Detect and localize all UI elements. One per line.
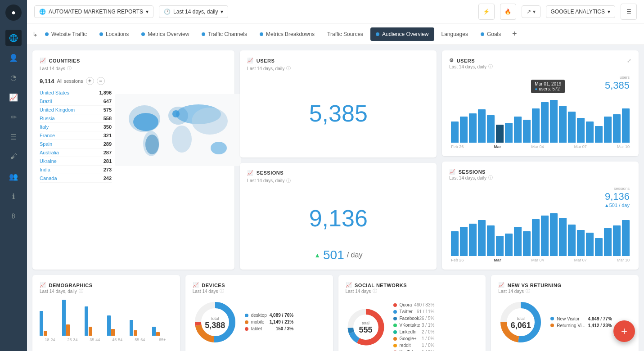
sessions-metric-card: 📈 SESSIONS Last 14 days, daily ⓘ 9,136 ▲… [240, 163, 437, 270]
country-name-ua[interactable]: Ukraine [40, 158, 57, 164]
country-value-es: 289 [104, 141, 112, 147]
tab-traffic-channels[interactable]: Traffic Channels [196, 27, 252, 41]
users-chart-area: users 5,385 Mar 01, 2019 ● users: 572 [449, 75, 631, 149]
date-range-selector[interactable]: 🕐 Last 14 days, daily ▾ [159, 5, 228, 18]
demo-group-65plus [152, 327, 173, 336]
country-row-br: Brazil 647 [40, 97, 112, 106]
users-chart-gear-icon: ⚙ [449, 58, 454, 63]
website-traffic-label: Website Traffic [51, 31, 87, 37]
sessions-bar-0 [451, 231, 459, 256]
country-name-uk[interactable]: United Kingdom [40, 107, 75, 112]
lightning-btn[interactable]: ⚡ [478, 4, 495, 20]
sidebar-item-globe[interactable]: 🌐 [5, 30, 22, 46]
country-row-au: Australia 287 [40, 148, 112, 157]
main-wrapper: 🌐 AUTOMATED MARKETING REPORTS ▾ 🕐 Last 1… [27, 0, 644, 351]
sessions-per-day-label: / day [347, 251, 363, 259]
tab-goals[interactable]: Goals [475, 27, 506, 41]
countries-card-header: 📈 COUNTRIES [40, 58, 227, 63]
tab-metrics-breakdowns[interactable]: Metrics Breakdowns [254, 27, 320, 41]
country-name-es[interactable]: Spain [40, 141, 52, 147]
users-bar-1 [460, 117, 468, 143]
social-linkedin: LinkedIn 2 / 0% [393, 328, 435, 335]
tab-locations[interactable]: Locations [94, 27, 134, 41]
metrics-overview-label: Metrics Overview [148, 31, 189, 37]
countries-subtitle: Last 14 days ⓘ [40, 65, 227, 72]
users-metric-subtitle: Last 14 days, daily ⓘ [247, 65, 429, 72]
expand-icon[interactable]: ⤢ [627, 58, 631, 64]
audience-overview-label: Audience Overview [382, 31, 428, 37]
legend-new-dot [550, 317, 554, 320]
countries-list: 9,114 All sessions + − United States 1,8… [40, 77, 112, 183]
report-selector[interactable]: 🌐 AUTOMATED MARKETING REPORTS ▾ [34, 5, 153, 18]
country-value-in: 273 [104, 167, 112, 172]
sessions-chart-card: 📈 SESSIONS Last 14 days, daily ⓘ session… [442, 162, 639, 270]
add-tab-button[interactable]: + [508, 28, 521, 40]
country-name-au[interactable]: Australia [40, 150, 59, 155]
xaxis-label-3: Mar 07 [574, 144, 587, 149]
fab-button[interactable]: + [613, 320, 635, 342]
tab-languages[interactable]: Languages [436, 27, 473, 41]
sessions-bar-16 [595, 238, 603, 256]
tab-website-traffic[interactable]: Website Traffic [40, 27, 92, 41]
sidebar-item-coin[interactable]: ₿ [5, 208, 22, 224]
menu-btn[interactable]: ☰ [621, 4, 637, 20]
nav-back-arrow[interactable]: ↳ [32, 31, 38, 38]
country-name-it[interactable]: Italy [40, 124, 49, 130]
add-country-btn[interactable]: + [86, 77, 94, 85]
devices-trend-icon: 📈 [193, 282, 199, 288]
sessions-trend-icon: 📈 [247, 170, 254, 176]
analytics-selector[interactable]: GOOGLE ANALYTICS ▾ [546, 5, 615, 18]
sessions-bar-2 [469, 224, 477, 256]
sidebar-item-info[interactable]: ℹ [5, 188, 22, 204]
sidebar-item-user[interactable]: 👥 [5, 168, 22, 184]
sidebar-item-list[interactable]: ☰ [5, 129, 22, 145]
tab-metrics-overview[interactable]: Metrics Overview [136, 27, 194, 41]
country-name-in[interactable]: India [40, 167, 50, 172]
legend-mobile-dot [245, 320, 248, 324]
demographics-subtitle: Last 14 days, daily ⓘ [40, 288, 173, 294]
users-chart-value-label: users 5,385 [605, 75, 630, 91]
lightning-icon: ⚡ [483, 9, 490, 15]
users-chart-big-val: 5,385 [605, 80, 630, 91]
sidebar-item-pie[interactable]: ◔ [5, 69, 22, 86]
sessions-per-day-value: 501 [323, 248, 344, 262]
country-name-fr[interactable]: France [40, 133, 55, 138]
languages-label: Languages [441, 31, 468, 37]
social-facebook: Facebook 26 / 5% [393, 315, 435, 322]
country-name-br[interactable]: Brazil [40, 99, 52, 104]
legend-tablet-dot [245, 327, 248, 331]
trend-icon: 📈 [40, 58, 46, 63]
sessions-chart-area: sessions 9,136 ▲501 / day Feb 26 Mar Mar… [449, 186, 631, 262]
demo-label-65plus: 65+ [152, 338, 173, 342]
sidebar-item-users[interactable]: 👤 [5, 50, 22, 66]
users-bar-14 [577, 118, 585, 143]
share-btn[interactable]: ↗ ▾ [522, 5, 540, 18]
center-metrics-col: 📈 USERS Last 14 days, daily ⓘ 5,385 📈 [240, 50, 437, 270]
demo-bar-65plus-male [152, 327, 156, 336]
users-bars-container [449, 98, 631, 143]
sidebar-item-edit[interactable]: ✏ [5, 109, 22, 125]
country-name-us[interactable]: United States [40, 90, 69, 95]
country-name-ca[interactable]: Canada [40, 176, 57, 181]
svg-point-8 [172, 126, 192, 153]
goals-dot [481, 32, 484, 36]
app-logo[interactable]: ● [5, 4, 22, 21]
social-quora-dot [393, 303, 397, 307]
social-twitter-vals: 61 / 11% [417, 309, 434, 314]
users-metric-card: 📈 USERS Last 14 days, daily ⓘ 5,385 [240, 50, 437, 158]
fire-btn[interactable]: 🔥 [500, 4, 516, 20]
demo-trend-icon: 📈 [40, 282, 46, 288]
country-name-ru[interactable]: Russia [40, 116, 55, 121]
xaxis-label-4: Mar 10 [617, 144, 630, 149]
sidebar-item-analytics[interactable]: 📈 [5, 89, 22, 105]
social-youtube: YouTube 1 / 0% [393, 349, 435, 351]
sidebar-item-brush[interactable]: 🖌 [5, 148, 22, 165]
tab-traffic-sources[interactable]: Traffic Sources [322, 27, 369, 41]
minus-country-btn[interactable]: − [97, 77, 105, 85]
users-bar-0 [451, 122, 459, 143]
tab-audience-overview[interactable]: Audience Overview [370, 27, 434, 41]
nvr-donut: total 6,061 [498, 300, 543, 346]
legend-new-name: New Visitor [557, 316, 585, 321]
demographics-title: 📈 DEMOGRAPHICS [40, 282, 173, 288]
logo-icon: ● [11, 9, 16, 17]
